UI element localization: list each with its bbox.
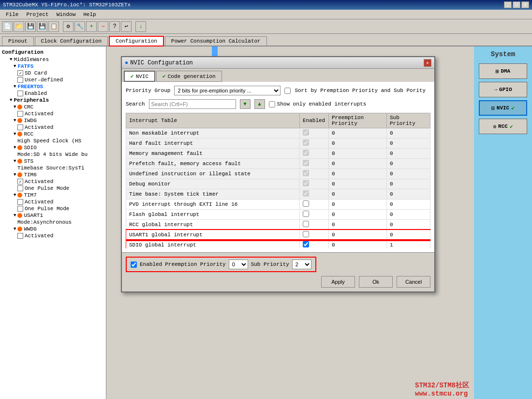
toolbar-btn5[interactable]: 📋 — [48, 21, 59, 32]
expand-tim6[interactable]: ▼ — [14, 172, 16, 177]
tim6-opm-checkbox[interactable] — [17, 185, 23, 191]
row-checkbox — [303, 190, 309, 197]
wwdg-activated-checkbox[interactable] — [17, 233, 23, 239]
tim7-opm-checkbox[interactable] — [17, 206, 23, 212]
new-button[interactable]: 📄 — [2, 21, 13, 32]
toolbar-btn9[interactable]: − — [98, 21, 108, 32]
nvic-button[interactable]: ⊟ NVIC ✔ — [479, 100, 527, 116]
tim7-item[interactable]: ▼ TIM7 — [2, 192, 104, 199]
menu-project[interactable]: Project — [22, 11, 52, 18]
nvic-sys-label: NVIC — [497, 105, 509, 111]
fatfs-item[interactable]: ▼ FATFS — [2, 63, 104, 70]
toolbar-btn6[interactable]: ⚙ — [63, 21, 74, 32]
userdefined-checkbox[interactable] — [17, 77, 23, 83]
dialog-tab-nvic[interactable]: ✔ NVIC — [124, 71, 155, 82]
usart1-icon — [17, 213, 22, 218]
nvic-tab-check: ✔ — [131, 73, 134, 79]
minimize-button[interactable]: _ — [504, 1, 512, 8]
crc-item[interactable]: ▼ CRC — [2, 104, 104, 110]
cancel-button[interactable]: Cancel — [397, 276, 430, 288]
expand-peripherals[interactable]: ▼ — [10, 98, 12, 103]
tab-pinout[interactable]: Pinout — [2, 36, 34, 46]
rcc-item[interactable]: ▼ RCC — [2, 131, 104, 138]
middlewares-label: MiddleWares — [14, 57, 49, 62]
close-button[interactable]: ✕ — [521, 1, 529, 8]
toolbar-btn11[interactable]: ↩ — [121, 21, 132, 32]
save-button[interactable]: 💾 — [25, 21, 36, 32]
help-button[interactable]: ? — [109, 21, 120, 32]
iwdg-item[interactable]: ▼ IWDG — [2, 117, 104, 124]
expand-rcc[interactable]: ▼ — [14, 132, 16, 137]
bottom-sub-select[interactable]: 0 1 2 3 — [292, 260, 311, 269]
expand-sdio[interactable]: ▼ — [14, 145, 16, 150]
table-header-row: Interrupt Table Enabled Preemption Prior… — [126, 113, 430, 128]
save-as-button[interactable]: 💾 — [37, 21, 47, 32]
expand-wwdg[interactable]: ▼ — [14, 227, 16, 231]
row-checkbox[interactable] — [303, 241, 309, 247]
expand-middlewares[interactable]: ▼ — [10, 57, 12, 62]
dma-button[interactable]: ⊞ DMA — [479, 63, 527, 79]
crc-activated-checkbox[interactable] — [17, 111, 23, 117]
freertos-item[interactable]: ▼ FREERTOS — [2, 83, 104, 90]
expand-freertos[interactable]: ▼ — [14, 84, 16, 89]
row-checkbox[interactable] — [303, 200, 309, 207]
tim6-item[interactable]: ▼ TIM6 — [2, 171, 104, 178]
apply-button[interactable]: Apply — [321, 276, 355, 288]
nvic-check-icon: ✔ — [511, 105, 515, 111]
expand-usart1[interactable]: ▼ — [14, 213, 16, 218]
tab-configuration[interactable]: Configuration — [109, 36, 164, 46]
maximize-button[interactable]: □ — [513, 1, 520, 8]
sort-checkbox[interactable] — [284, 88, 291, 94]
sdio-item[interactable]: ▼ SDIO — [2, 144, 104, 151]
gpio-button[interactable]: → GPIO — [479, 82, 527, 97]
menu-window[interactable]: Window — [53, 11, 80, 18]
sts-label: STS — [24, 158, 33, 164]
expand-sts[interactable]: ▼ — [14, 159, 16, 164]
sts-item[interactable]: ▼ STS — [2, 158, 104, 165]
expand-iwdg[interactable]: ▼ — [14, 118, 16, 123]
row-name: Debug monitor — [126, 179, 300, 189]
tab-clock[interactable]: Clock Configuration — [35, 36, 108, 46]
tim6-activated-item: ✓ Activated — [2, 178, 104, 185]
row-sub: 0 — [387, 189, 430, 200]
expand-fatfs[interactable]: ▼ — [14, 64, 16, 69]
sdcard-checkbox[interactable]: ✓ — [17, 70, 23, 76]
wwdg-item[interactable]: ▼ WWDG — [2, 226, 104, 232]
row-checkbox[interactable] — [303, 211, 309, 217]
priority-group-select[interactable]: 2 bits for pre-emption priority ... 0 bi… — [174, 86, 281, 95]
menu-bar: File Project Window Help — [0, 10, 532, 19]
table-row: RCC global interrupt 0 0 — [126, 220, 430, 230]
search-next-button[interactable]: ▼ — [240, 99, 251, 109]
menu-file[interactable]: File — [2, 11, 22, 18]
expand-tim7[interactable]: ▼ — [14, 193, 16, 198]
toolbar-btn12[interactable]: ↓ — [135, 21, 146, 32]
ok-button[interactable]: Ok — [359, 276, 393, 288]
search-prev-button[interactable]: ▲ — [254, 99, 265, 109]
tim7-opm-label: One Pulse Mode — [25, 206, 69, 212]
table-row-usart1[interactable]: USART1 global interrupt 0 0 — [126, 230, 430, 240]
expand-crc[interactable]: ▼ — [14, 105, 16, 109]
row-checkbox[interactable] — [303, 221, 309, 227]
table-row-sdio[interactable]: SDIO global interrupt 0 1 — [126, 240, 430, 249]
tim6-activated-checkbox[interactable]: ✓ — [17, 179, 23, 184]
sdcard-label: SD Card — [25, 70, 47, 76]
iwdg-activated-checkbox[interactable] — [17, 124, 23, 130]
freertos-enabled-checkbox[interactable] — [17, 91, 23, 96]
interrupt-table: Interrupt Table Enabled Preemption Prior… — [126, 113, 430, 248]
tim7-activated-checkbox[interactable] — [17, 199, 23, 205]
open-button[interactable]: 📁 — [14, 21, 24, 32]
show-enabled-checkbox[interactable] — [269, 101, 275, 107]
tab-power[interactable]: Power Consumption Calculator — [165, 36, 267, 46]
usart1-item[interactable]: ▼ USART1 — [2, 212, 104, 219]
toolbar-btn8[interactable]: + — [86, 21, 97, 32]
bottom-enabled-checkbox[interactable] — [131, 261, 137, 268]
rcc-sys-button[interactable]: ⚙ RCC ✔ — [479, 119, 527, 134]
bottom-preemption-select[interactable]: 0 1 2 3 — [229, 260, 248, 269]
search-input[interactable] — [149, 99, 236, 109]
menu-help[interactable]: Help — [79, 11, 100, 18]
row-preemption: 0 — [329, 179, 387, 189]
dialog-close-button[interactable]: ✕ — [424, 59, 431, 67]
dialog-tab-codegen[interactable]: ✔ Code generation — [156, 71, 222, 82]
row-checkbox[interactable] — [303, 231, 309, 237]
toolbar-btn7[interactable]: 🔧 — [74, 21, 85, 32]
